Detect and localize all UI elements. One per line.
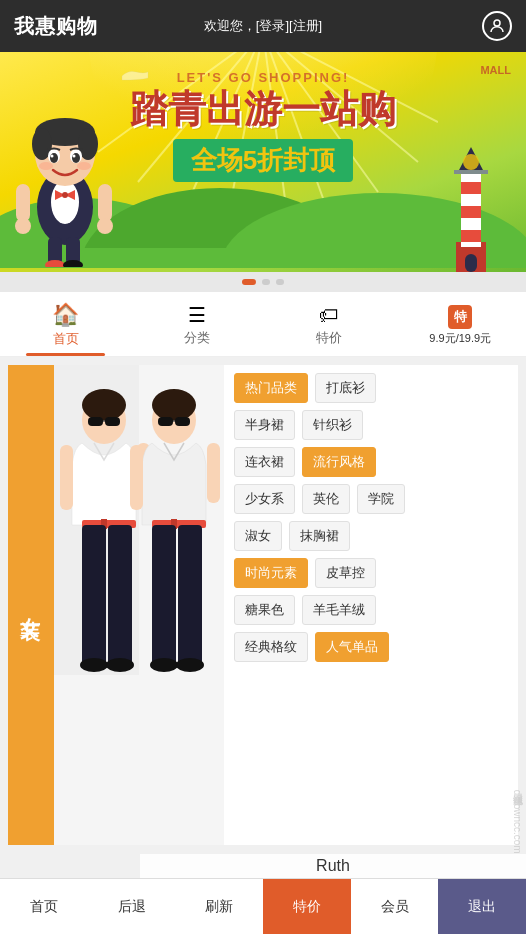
- svg-rect-62: [60, 445, 73, 510]
- tag-skirt[interactable]: 半身裙: [234, 410, 295, 440]
- user-icon[interactable]: [482, 11, 512, 41]
- nav-tabs: 🏠 首页 ☰ 分类 🏷 特价 特 9.9元/19.9元: [0, 292, 526, 357]
- svg-point-38: [39, 162, 53, 170]
- tag-strapless[interactable]: 抹胸裙: [289, 521, 350, 551]
- svg-rect-48: [454, 170, 488, 174]
- tags-row-2: 连衣裙 流行风格: [234, 447, 510, 477]
- svg-rect-24: [16, 184, 30, 222]
- svg-rect-59: [108, 525, 132, 665]
- svg-point-26: [15, 218, 31, 234]
- svg-point-74: [176, 658, 204, 672]
- tag-fur[interactable]: 皮草控: [315, 558, 376, 588]
- svg-rect-45: [461, 230, 481, 242]
- bottom-nav-member-label: 会员: [381, 898, 409, 916]
- dot-1[interactable]: [242, 279, 256, 285]
- banner-discount: 全场5折封顶: [173, 139, 353, 182]
- bottom-nav-exit-label: 退出: [468, 898, 496, 916]
- tags-row-6: 糖果色 羊毛羊绒: [234, 595, 510, 625]
- tag-trendy[interactable]: 时尚元素: [234, 558, 308, 588]
- bottom-nav-special[interactable]: 特价: [263, 879, 351, 934]
- tag-fashion[interactable]: 流行风格: [302, 447, 376, 477]
- banner-dots: [0, 272, 526, 292]
- mall-label: MALL: [480, 64, 511, 76]
- tab-home[interactable]: 🏠 首页: [0, 292, 132, 356]
- tag-girl[interactable]: 少女系: [234, 484, 295, 514]
- svg-point-27: [97, 218, 113, 234]
- women-image: [54, 365, 224, 845]
- tag-plaid[interactable]: 经典格纹: [234, 632, 308, 662]
- tags-row-1: 半身裙 针织衫: [234, 410, 510, 440]
- bottom-nav-back[interactable]: 后退: [88, 879, 176, 934]
- dot-2[interactable]: [262, 279, 270, 285]
- dot-3[interactable]: [276, 279, 284, 285]
- svg-point-37: [73, 155, 76, 158]
- banner-lighthouse: [436, 142, 506, 272]
- tab-special[interactable]: 🏷 特价: [263, 292, 395, 356]
- tag-dress[interactable]: 连衣裙: [234, 447, 295, 477]
- svg-point-0: [494, 20, 500, 26]
- svg-point-16: [51, 180, 79, 224]
- svg-point-47: [463, 154, 479, 170]
- tag-british[interactable]: 英伦: [302, 484, 350, 514]
- bottom-nav-member[interactable]: 会员: [351, 879, 439, 934]
- svg-point-23: [63, 260, 83, 267]
- bottom-nav: 首页 后退 刷新 特价 会员 退出: [0, 878, 526, 934]
- women-label: 女装: [8, 365, 54, 845]
- tag-knit[interactable]: 针织衫: [302, 410, 363, 440]
- ruth-profile: Ruth: [140, 854, 526, 878]
- bottom-nav-home[interactable]: 首页: [0, 879, 88, 934]
- header: 我惠购物 欢迎您，[登录][注册]: [0, 0, 526, 52]
- tab-price[interactable]: 特 9.9元/19.9元: [395, 292, 527, 356]
- tag-wool[interactable]: 羊毛羊绒: [302, 595, 376, 625]
- bottom-nav-special-label: 特价: [293, 898, 321, 916]
- tag-candy[interactable]: 糖果色: [234, 595, 295, 625]
- svg-rect-54: [105, 417, 120, 426]
- tag-elegant[interactable]: 淑女: [234, 521, 282, 551]
- tag-base[interactable]: 打底衫: [315, 373, 376, 403]
- tag-campus[interactable]: 学院: [357, 484, 405, 514]
- svg-rect-43: [461, 182, 481, 194]
- women-section: 女装: [8, 365, 518, 845]
- svg-rect-44: [461, 206, 481, 218]
- svg-point-60: [80, 658, 108, 672]
- svg-point-36: [51, 155, 54, 158]
- svg-rect-25: [98, 184, 112, 222]
- svg-point-52: [82, 389, 126, 421]
- tags-row-5: 时尚元素 皮草控: [234, 558, 510, 588]
- tab-category-label: 分类: [184, 329, 210, 347]
- bottom-nav-refresh-label: 刷新: [205, 898, 233, 916]
- svg-rect-58: [82, 525, 106, 665]
- tab-home-label: 首页: [53, 330, 79, 348]
- svg-rect-41: [465, 254, 477, 272]
- home-icon: 🏠: [52, 302, 79, 328]
- tag-popular[interactable]: 人气单品: [315, 632, 389, 662]
- ruth-name: Ruth: [316, 857, 350, 875]
- bottom-nav-exit[interactable]: 退出: [438, 879, 526, 934]
- banner-main-text: 踏青出游一站购: [130, 89, 396, 131]
- banner-character: [10, 112, 130, 272]
- tags-row-3: 少女系 英伦 学院: [234, 484, 510, 514]
- price-badge: 特: [448, 305, 472, 329]
- discount-suffix: 折封顶: [257, 145, 335, 175]
- welcome-label: 欢迎您，: [204, 18, 256, 33]
- tag-hot[interactable]: 热门品类: [234, 373, 308, 403]
- banner-subtitle: LET'S GO SHOPPING!: [130, 70, 396, 85]
- women-tags: 热门品类 打底衫 半身裙 针织衫 连衣裙 流行风格 少女系 英伦 学院 淑女 抹…: [224, 365, 518, 845]
- svg-point-61: [106, 658, 134, 672]
- bottom-nav-home-label: 首页: [30, 898, 58, 916]
- banner-text-area: LET'S GO SHOPPING! 踏青出游一站购 全场5折封顶: [130, 70, 396, 182]
- login-link[interactable]: [登录]: [256, 18, 289, 33]
- svg-rect-76: [207, 443, 220, 503]
- welcome-text: 欢迎您，[登录][注册]: [204, 17, 322, 35]
- svg-rect-67: [175, 417, 190, 426]
- svg-point-35: [72, 153, 80, 163]
- svg-rect-53: [88, 417, 103, 426]
- svg-rect-72: [178, 525, 202, 665]
- bottom-nav-refresh[interactable]: 刷新: [175, 879, 263, 934]
- logo: 我惠购物: [14, 13, 98, 40]
- svg-rect-66: [158, 417, 173, 426]
- register-link[interactable]: [注册]: [289, 18, 322, 33]
- svg-point-34: [50, 153, 58, 163]
- svg-point-39: [77, 162, 91, 170]
- tab-category[interactable]: ☰ 分类: [132, 292, 264, 356]
